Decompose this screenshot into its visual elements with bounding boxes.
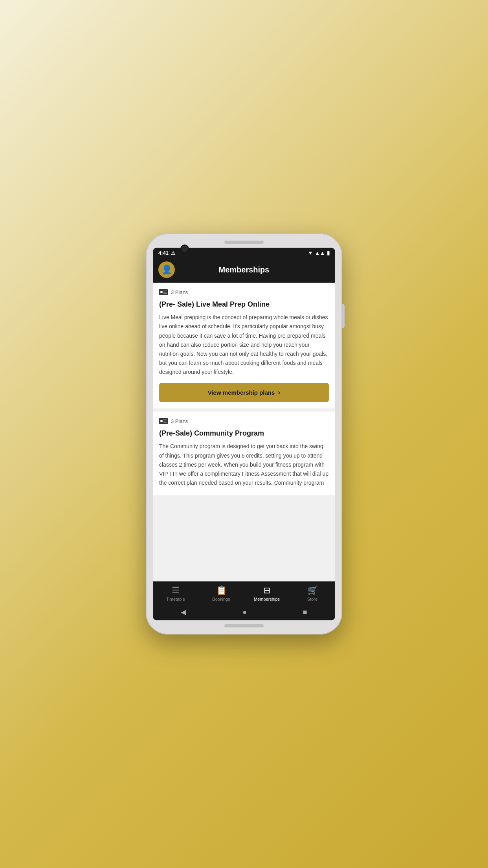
- nav-item-bookings[interactable]: 📋 Bookings: [198, 585, 244, 601]
- status-left: 4:41 ⚠: [158, 250, 175, 256]
- content-area: 3 Plans (Pre- Sale) Live Meal Prep Onlin…: [153, 283, 335, 581]
- plans-label-1: 3 Plans: [159, 289, 329, 295]
- android-nav: ◀ ● ■: [153, 604, 335, 620]
- back-button[interactable]: ◀: [181, 608, 186, 616]
- status-right: ▼ ▲▲ ▮: [308, 250, 330, 256]
- view-plans-label: View membership plans: [208, 389, 275, 396]
- app-header: 👤 Memberships: [153, 258, 335, 283]
- phone-screen: 4:41 ⚠ ▼ ▲▲ ▮ 👤 Memberships 3 Plans: [153, 248, 335, 620]
- signal-icon: ▲▲: [315, 250, 325, 256]
- home-button[interactable]: ●: [242, 608, 247, 616]
- card-title-2: (Pre-Sale) Community Program: [159, 429, 329, 438]
- phone-speaker-top: [224, 241, 264, 244]
- recents-button[interactable]: ■: [303, 608, 307, 616]
- plans-count-2: 3 Plans: [171, 418, 188, 424]
- nav-item-store[interactable]: 🛒 Store: [290, 585, 335, 601]
- card-description-2: The Community program is designed to get…: [159, 442, 329, 489]
- page-title: Memberships: [175, 265, 313, 274]
- warning-icon: ⚠: [171, 250, 175, 256]
- plans-icon-2: [159, 418, 168, 424]
- side-button: [342, 304, 345, 328]
- timetable-icon: ☰: [172, 585, 180, 596]
- store-icon: 🛒: [307, 585, 318, 596]
- timetable-label: Timetable: [166, 597, 185, 601]
- avatar-icon: 👤: [161, 265, 172, 275]
- plans-count-1: 3 Plans: [171, 289, 188, 295]
- view-plans-button[interactable]: View membership plans ›: [159, 383, 329, 402]
- membership-card-1: 3 Plans (Pre- Sale) Live Meal Prep Onlin…: [153, 283, 335, 408]
- nav-item-timetable[interactable]: ☰ Timetable: [153, 585, 198, 601]
- wifi-icon: ▼: [308, 250, 313, 256]
- store-label: Store: [307, 597, 317, 601]
- nav-item-memberships[interactable]: ⊟ Memberships: [244, 585, 290, 601]
- avatar[interactable]: 👤: [158, 261, 175, 278]
- bookings-icon: 📋: [216, 585, 227, 596]
- phone-device: 4:41 ⚠ ▼ ▲▲ ▮ 👤 Memberships 3 Plans: [146, 234, 342, 634]
- card-description-1: Live Meal prepping is the concept of pre…: [159, 313, 329, 377]
- battery-icon: ▮: [327, 250, 330, 256]
- card-title-1: (Pre- Sale) Live Meal Prep Online: [159, 300, 329, 309]
- bottom-nav: ☰ Timetable 📋 Bookings ⊟ Memberships 🛒 S…: [153, 581, 335, 604]
- memberships-icon: ⊟: [263, 585, 270, 596]
- plans-icon-1: [159, 289, 168, 295]
- memberships-label: Memberships: [254, 597, 280, 601]
- phone-speaker-bottom: [224, 624, 264, 627]
- membership-card-2: 3 Plans (Pre-Sale) Community Program The…: [153, 412, 335, 495]
- status-time: 4:41: [158, 250, 169, 256]
- plans-label-2: 3 Plans: [159, 418, 329, 424]
- chevron-right-icon: ›: [278, 388, 280, 397]
- phone-camera: [180, 245, 189, 253]
- bookings-label: Bookings: [212, 597, 230, 601]
